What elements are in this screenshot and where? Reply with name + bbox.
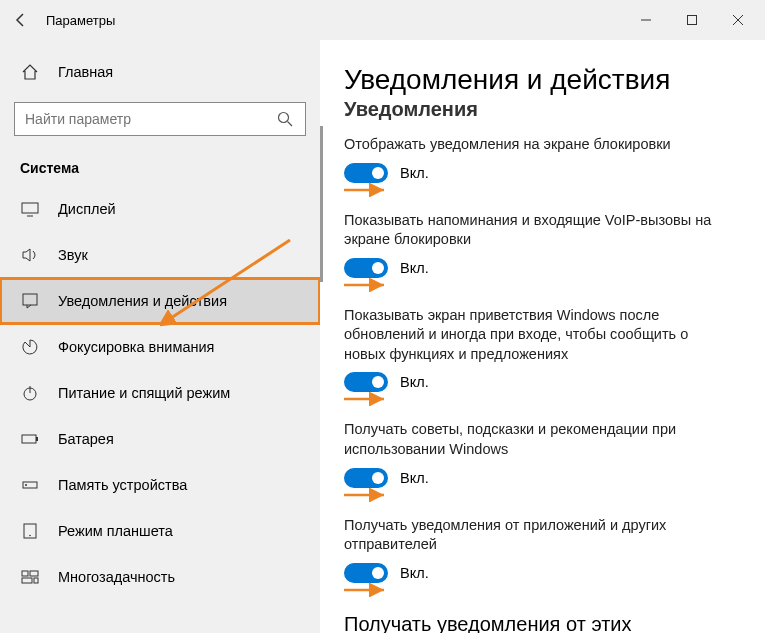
storage-icon — [20, 475, 40, 495]
svg-line-3 — [288, 122, 293, 127]
svg-rect-10 — [36, 437, 38, 441]
setting-text: Получать советы, подсказки и рекомендаци… — [344, 420, 733, 459]
sidebar: Главная Система Дисплей Звук Уведомления… — [0, 40, 320, 633]
home-link[interactable]: Главная — [0, 52, 320, 92]
sidebar-item-label: Режим планшета — [58, 523, 173, 539]
annotation-arrow-icon — [344, 587, 733, 597]
sidebar-item-label: Уведомления и действия — [58, 293, 227, 309]
sound-icon — [20, 245, 40, 265]
setting-tips: Получать советы, подсказки и рекомендаци… — [344, 420, 733, 501]
tablet-icon — [20, 521, 40, 541]
setting-text: Показывать экран приветствия Windows пос… — [344, 306, 733, 365]
battery-icon — [20, 429, 40, 449]
svg-point-2 — [279, 113, 289, 123]
content-pane: Уведомления и действия Уведомления Отобр… — [320, 40, 765, 633]
svg-point-12 — [25, 484, 27, 486]
page-title: Уведомления и действия — [344, 64, 733, 96]
toggle-label: Вкл. — [400, 165, 429, 181]
setting-lockscreen-notifications: Отображать уведомления на экране блокиро… — [344, 135, 733, 197]
annotation-arrow-icon — [344, 282, 733, 292]
sidebar-item-label: Питание и спящий режим — [58, 385, 230, 401]
annotation-arrow-icon — [344, 492, 733, 502]
sidebar-item-multitasking[interactable]: Многозадачность — [0, 554, 320, 600]
sidebar-item-battery[interactable]: Батарея — [0, 416, 320, 462]
sidebar-item-focus[interactable]: Фокусировка внимания — [0, 324, 320, 370]
window-controls — [623, 4, 761, 36]
home-icon — [20, 62, 40, 82]
toggle-label: Вкл. — [400, 565, 429, 581]
titlebar: Параметры — [0, 0, 765, 40]
search-box[interactable] — [14, 102, 306, 136]
scrollbar[interactable] — [320, 126, 323, 282]
home-label: Главная — [58, 64, 113, 80]
display-icon — [20, 199, 40, 219]
sidebar-item-sound[interactable]: Звук — [0, 232, 320, 278]
sidebar-item-notifications[interactable]: Уведомления и действия — [0, 278, 320, 324]
svg-rect-15 — [22, 571, 28, 576]
setting-text: Отображать уведомления на экране блокиро… — [344, 135, 733, 155]
minimize-button[interactable] — [623, 4, 669, 36]
maximize-button[interactable] — [669, 4, 715, 36]
svg-rect-1 — [688, 16, 697, 25]
window-title: Параметры — [46, 13, 623, 28]
setting-voip-lockscreen: Показывать напоминания и входящие VoIP-в… — [344, 211, 733, 292]
toggle-label: Вкл. — [400, 470, 429, 486]
sidebar-item-label: Многозадачность — [58, 569, 175, 585]
sidebar-item-label: Фокусировка внимания — [58, 339, 214, 355]
section-subheader: Уведомления — [344, 98, 733, 121]
toggle-label: Вкл. — [400, 260, 429, 276]
svg-rect-16 — [30, 571, 38, 576]
svg-rect-9 — [22, 435, 36, 443]
toggle-switch[interactable] — [344, 258, 388, 278]
sidebar-item-tablet[interactable]: Режим планшета — [0, 508, 320, 554]
setting-text: Показывать напоминания и входящие VoIP-в… — [344, 211, 733, 250]
sidebar-item-display[interactable]: Дисплей — [0, 186, 320, 232]
close-button[interactable] — [715, 4, 761, 36]
sidebar-item-label: Звук — [58, 247, 88, 263]
sidebar-item-label: Батарея — [58, 431, 114, 447]
svg-rect-4 — [22, 203, 38, 213]
search-icon — [275, 109, 295, 129]
sidebar-item-label: Дисплей — [58, 201, 116, 217]
sidebar-item-power[interactable]: Питание и спящий режим — [0, 370, 320, 416]
setting-welcome-screen: Показывать экран приветствия Windows пос… — [344, 306, 733, 407]
category-label: Система — [0, 152, 320, 186]
toggle-switch[interactable] — [344, 372, 388, 392]
section-heading: Получать уведомления от этих — [344, 613, 733, 633]
sidebar-item-storage[interactable]: Память устройства — [0, 462, 320, 508]
toggle-label: Вкл. — [400, 374, 429, 390]
power-icon — [20, 383, 40, 403]
setting-app-notifications: Получать уведомления от приложений и дру… — [344, 516, 733, 597]
toggle-switch[interactable] — [344, 468, 388, 488]
toggle-switch[interactable] — [344, 163, 388, 183]
toggle-switch[interactable] — [344, 563, 388, 583]
svg-point-14 — [29, 535, 31, 537]
svg-rect-18 — [34, 578, 38, 583]
annotation-arrow-icon — [344, 187, 733, 197]
focus-icon — [20, 337, 40, 357]
multitasking-icon — [20, 567, 40, 587]
notifications-icon — [20, 291, 40, 311]
sidebar-item-label: Память устройства — [58, 477, 187, 493]
svg-rect-6 — [23, 294, 37, 305]
setting-text: Получать уведомления от приложений и дру… — [344, 516, 733, 555]
annotation-arrow-icon — [344, 396, 733, 406]
back-button[interactable] — [4, 3, 38, 37]
search-input[interactable] — [25, 111, 275, 127]
svg-rect-17 — [22, 578, 32, 583]
